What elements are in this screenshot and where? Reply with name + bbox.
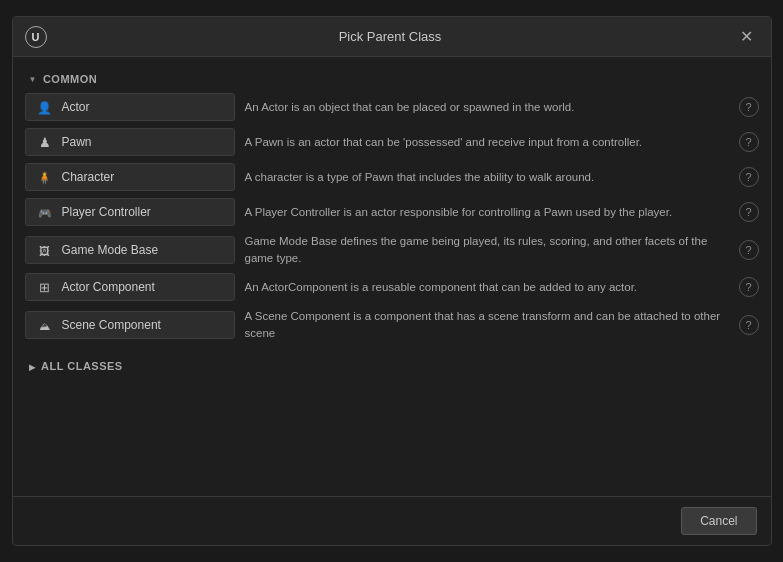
game-mode-base-button[interactable]: Game Mode Base xyxy=(25,236,235,264)
pawn-label: Pawn xyxy=(62,135,92,149)
common-section-header[interactable]: COMMON xyxy=(25,67,759,91)
character-button[interactable]: Character xyxy=(25,163,235,191)
dialog-body: COMMON Actor An Actor is an object that … xyxy=(13,57,771,496)
class-list: Actor An Actor is an object that can be … xyxy=(25,91,759,344)
player-controller-help-icon[interactable]: ? xyxy=(739,202,759,222)
player-controller-label: Player Controller xyxy=(62,205,151,219)
character-icon xyxy=(36,169,54,185)
actor-component-help-icon[interactable]: ? xyxy=(739,277,759,297)
table-row: Scene Component A Scene Component is a c… xyxy=(25,306,759,343)
actor-component-icon xyxy=(36,279,54,295)
character-description: A character is a type of Pawn that inclu… xyxy=(245,169,729,186)
player-controller-description: A Player Controller is an actor responsi… xyxy=(245,204,729,221)
table-row: Pawn A Pawn is an actor that can be 'pos… xyxy=(25,126,759,158)
table-row: Player Controller A Player Controller is… xyxy=(25,196,759,228)
game-mode-base-help-icon[interactable]: ? xyxy=(739,240,759,260)
actor-component-button[interactable]: Actor Component xyxy=(25,273,235,301)
player-controller-icon xyxy=(36,204,54,220)
actor-label: Actor xyxy=(62,100,90,114)
scene-component-icon xyxy=(36,317,54,333)
table-row: Character A character is a type of Pawn … xyxy=(25,161,759,193)
character-help-icon[interactable]: ? xyxy=(739,167,759,187)
close-button[interactable]: ✕ xyxy=(734,25,759,48)
game-mode-base-description: Game Mode Base defines the game being pl… xyxy=(245,233,729,266)
pick-parent-class-dialog: U Pick Parent Class ✕ COMMON Actor An Ac… xyxy=(12,16,772,546)
game-mode-base-icon xyxy=(36,242,54,258)
actor-component-label: Actor Component xyxy=(62,280,155,294)
player-controller-button[interactable]: Player Controller xyxy=(25,198,235,226)
title-bar-left: U xyxy=(25,26,47,48)
actor-icon xyxy=(36,99,54,115)
actor-description: An Actor is an object that can be placed… xyxy=(245,99,729,116)
all-classes-section-label: ALL CLASSES xyxy=(41,360,123,372)
actor-button[interactable]: Actor xyxy=(25,93,235,121)
actor-component-description: An ActorComponent is a reusable componen… xyxy=(245,279,729,296)
dialog-title: Pick Parent Class xyxy=(47,29,734,44)
table-row: Actor An Actor is an object that can be … xyxy=(25,91,759,123)
all-classes-section-header[interactable]: ALL CLASSES xyxy=(25,354,759,378)
common-chevron-icon xyxy=(29,74,37,84)
title-bar: U Pick Parent Class ✕ xyxy=(13,17,771,57)
pawn-icon xyxy=(36,134,54,150)
cancel-button[interactable]: Cancel xyxy=(681,507,756,535)
pawn-button[interactable]: Pawn xyxy=(25,128,235,156)
all-classes-chevron-icon xyxy=(29,360,36,372)
ue-logo: U xyxy=(25,26,47,48)
pawn-help-icon[interactable]: ? xyxy=(739,132,759,152)
scene-component-description: A Scene Component is a component that ha… xyxy=(245,308,729,341)
table-row: Game Mode Base Game Mode Base defines th… xyxy=(25,231,759,268)
logo-text: U xyxy=(32,31,40,43)
common-section-label: COMMON xyxy=(43,73,97,85)
game-mode-base-label: Game Mode Base xyxy=(62,243,159,257)
actor-help-icon[interactable]: ? xyxy=(739,97,759,117)
table-row: Actor Component An ActorComponent is a r… xyxy=(25,271,759,303)
character-label: Character xyxy=(62,170,115,184)
scene-component-button[interactable]: Scene Component xyxy=(25,311,235,339)
scene-component-label: Scene Component xyxy=(62,318,161,332)
dialog-footer: Cancel xyxy=(13,496,771,545)
pawn-description: A Pawn is an actor that can be 'possesse… xyxy=(245,134,729,151)
scene-component-help-icon[interactable]: ? xyxy=(739,315,759,335)
